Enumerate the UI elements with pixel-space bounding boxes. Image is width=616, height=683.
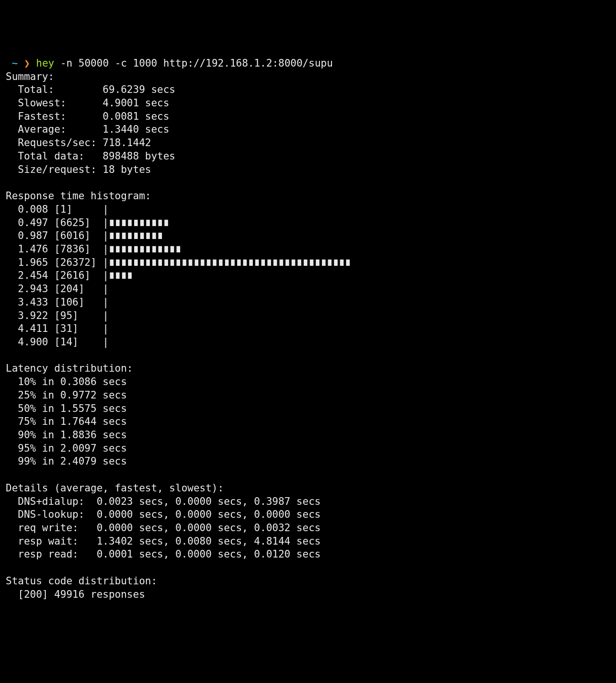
terminal-output: ~ ❯ hey -n 50000 -c 1000 http://192.168.… — [6, 57, 610, 601]
